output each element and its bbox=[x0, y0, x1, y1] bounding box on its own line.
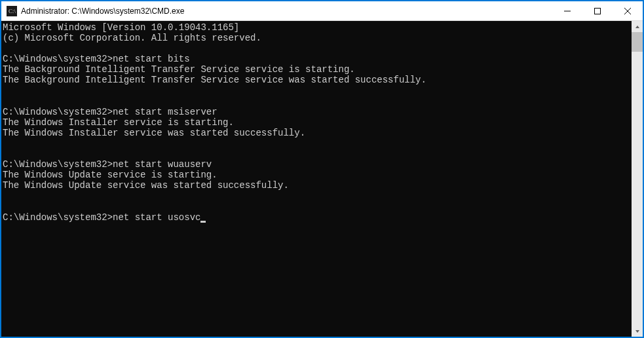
current-command-line: C:\Windows\system32>net start usosvc bbox=[3, 212, 629, 223]
window-title: Administrator: C:\Windows\system32\CMD.e… bbox=[21, 7, 552, 16]
header-line: Microsoft Windows [Version 10.0.19043.11… bbox=[3, 22, 629, 33]
scroll-track[interactable] bbox=[632, 32, 643, 326]
maximize-button[interactable] bbox=[582, 1, 613, 20]
blank-line bbox=[3, 43, 629, 54]
cmd-icon: C:\ bbox=[7, 6, 17, 16]
window-controls bbox=[552, 1, 643, 20]
blank-line bbox=[3, 191, 629, 202]
command-line: C:\Windows\system32>net start bits bbox=[3, 54, 629, 64]
prompt: C:\Windows\system32> bbox=[3, 212, 113, 223]
svg-marker-6 bbox=[635, 26, 639, 28]
terminal-output[interactable]: Microsoft Windows [Version 10.0.19043.11… bbox=[1, 21, 632, 337]
output-line: The Windows Update service was started s… bbox=[3, 180, 629, 191]
command-line: C:\Windows\system32>net start wuauserv bbox=[3, 159, 629, 170]
cmd-window: C:\ Administrator: C:\Windows\system32\C… bbox=[1, 1, 643, 337]
blank-line bbox=[3, 138, 629, 149]
command-text: net start msiserver bbox=[113, 107, 218, 117]
output-line: The Background Intelligent Transfer Serv… bbox=[3, 75, 629, 85]
blank-line bbox=[3, 202, 629, 212]
command-text: net start usosvc bbox=[113, 212, 200, 223]
titlebar[interactable]: C:\ Administrator: C:\Windows\system32\C… bbox=[1, 1, 643, 21]
prompt: C:\Windows\system32> bbox=[3, 54, 113, 64]
vertical-scrollbar[interactable] bbox=[632, 21, 643, 337]
blank-line bbox=[3, 86, 629, 96]
close-button[interactable] bbox=[613, 1, 643, 20]
svg-marker-7 bbox=[635, 330, 639, 333]
command-line: C:\Windows\system32>net start msiserver bbox=[3, 107, 629, 117]
cursor bbox=[200, 221, 206, 223]
output-line: The Windows Installer service is startin… bbox=[3, 117, 629, 128]
output-line: The Background Intelligent Transfer Serv… bbox=[3, 64, 629, 75]
svg-rect-3 bbox=[595, 8, 601, 14]
scroll-thumb[interactable] bbox=[632, 32, 643, 52]
output-line: The Windows Installer service was starte… bbox=[3, 128, 629, 138]
scroll-down-button[interactable] bbox=[632, 326, 643, 337]
command-text: net start bits bbox=[113, 54, 190, 64]
minimize-button[interactable] bbox=[552, 1, 582, 20]
blank-line bbox=[3, 96, 629, 107]
blank-line bbox=[3, 149, 629, 159]
svg-text:C:\: C:\ bbox=[9, 8, 16, 14]
prompt: C:\Windows\system32> bbox=[3, 159, 113, 170]
output-line: The Windows Update service is starting. bbox=[3, 170, 629, 180]
header-line: (c) Microsoft Corporation. All rights re… bbox=[3, 33, 629, 43]
scroll-up-button[interactable] bbox=[632, 21, 643, 32]
prompt: C:\Windows\system32> bbox=[3, 107, 113, 117]
command-text: net start wuauserv bbox=[113, 159, 212, 170]
terminal-area: Microsoft Windows [Version 10.0.19043.11… bbox=[1, 21, 643, 337]
